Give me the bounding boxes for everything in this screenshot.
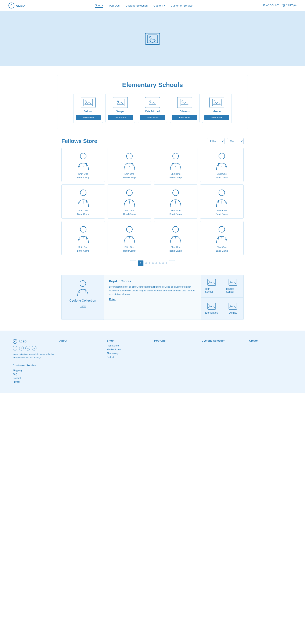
svg-point-22 xyxy=(219,190,225,196)
linkedin-icon[interactable]: in xyxy=(26,346,30,350)
footer-link-contact[interactable]: Contact xyxy=(13,377,55,379)
svg-point-14 xyxy=(214,100,215,102)
footer-link-elementary[interactable]: Elementary xyxy=(107,352,150,354)
product-card[interactable]: Shirt One Band Camp xyxy=(108,148,151,182)
filter-select[interactable]: Filter xyxy=(207,138,224,144)
product-card[interactable]: Shirt One Band Camp xyxy=(154,221,198,255)
popup-info: Pop-Up Stores Lorem ipsum dolor sit amet… xyxy=(104,275,201,320)
school-tile-elementary[interactable]: Elementary xyxy=(201,297,222,320)
view-store-sawyer[interactable]: View Store xyxy=(108,115,133,120)
view-store-fellows[interactable]: View Store xyxy=(76,115,100,120)
footer-logo-text: ACSD xyxy=(19,340,26,343)
nav-customer-service[interactable]: Customer Service xyxy=(171,4,192,7)
svg-point-12 xyxy=(182,100,183,102)
svg-point-33 xyxy=(209,304,210,306)
product-card[interactable]: Shirt One Band Camp xyxy=(154,184,198,218)
popup-info-text: Lorem ipsum dolor sit amet, consectetur … xyxy=(109,285,196,296)
footer-link-faq[interactable]: FAQ xyxy=(13,373,55,376)
page-button-1[interactable]: 1 xyxy=(138,260,144,266)
twitter-icon[interactable]: t xyxy=(19,346,24,350)
next-page-button[interactable]: › xyxy=(169,260,175,266)
svg-point-23 xyxy=(80,226,86,232)
facebook-icon[interactable]: f xyxy=(13,346,17,350)
svg-point-17 xyxy=(172,153,178,159)
svg-point-15 xyxy=(80,153,86,159)
svg-rect-11 xyxy=(180,99,189,106)
view-store-kate[interactable]: View Store xyxy=(140,115,165,120)
product-card[interactable]: Shirt One Band Camp xyxy=(62,221,105,255)
school-tile-high[interactable]: High School xyxy=(201,275,222,297)
shirt-person-icon xyxy=(166,225,185,244)
product-card[interactable]: Shirt One Band Camp xyxy=(154,148,198,182)
pinterest-icon[interactable]: p xyxy=(32,346,36,350)
school-name-edwards: Edwards xyxy=(180,110,190,113)
footer-col-about: About xyxy=(59,339,102,360)
schools-section: Elementary Schools Fellows View Store xyxy=(57,75,248,130)
nav-custom[interactable]: Custom ▾ xyxy=(154,4,165,7)
footer-link-high-school[interactable]: High School xyxy=(107,344,150,347)
account-button[interactable]: ACCOUNT xyxy=(263,4,278,7)
svg-point-29 xyxy=(209,280,210,282)
school-image-edwards xyxy=(177,97,192,108)
footer-col-popups: Pop-Ups xyxy=(154,339,198,360)
footer-link-shipping[interactable]: Shipping xyxy=(13,369,55,372)
shirt-person-icon xyxy=(212,225,231,244)
footer-tagline: Nemo enim ipsam voluptatem quia voluptas… xyxy=(13,352,55,360)
footer-link-middle-school[interactable]: Middle School xyxy=(107,348,150,351)
shirt-person-icon xyxy=(74,225,93,244)
school-name-meeker: Meeker xyxy=(213,110,221,113)
svg-point-0 xyxy=(263,4,264,6)
product-card[interactable]: Shirt One Band Camp xyxy=(62,148,105,182)
footer-link-district[interactable]: District xyxy=(107,356,150,358)
prev-page-button[interactable]: ‹ xyxy=(130,260,136,266)
view-store-meeker[interactable]: View Store xyxy=(204,115,230,120)
nav-shop[interactable]: Shop ▾ xyxy=(95,4,103,8)
product-name: Shirt One Band Camp xyxy=(216,209,228,216)
product-card[interactable]: Shirt One Band Camp xyxy=(108,184,151,218)
footer-link-privacy[interactable]: Privacy xyxy=(13,380,55,383)
product-name: Shirt One Band Camp xyxy=(216,172,228,179)
school-image-icon xyxy=(212,99,222,106)
svg-point-19 xyxy=(80,190,86,196)
product-name: Shirt One Band Camp xyxy=(77,209,90,216)
product-card[interactable]: Shirt One Band Camp xyxy=(200,148,244,182)
logo-circle: C xyxy=(8,2,14,8)
school-card-sawyer: Sawyer View Store xyxy=(106,94,135,123)
footer-logo-top: C ACSD xyxy=(13,339,55,344)
product-card[interactable]: Shirt One Band Camp xyxy=(200,184,244,218)
school-cards: Fellows View Store Sawyer View Store xyxy=(64,94,241,123)
page-dot xyxy=(145,262,147,264)
product-card[interactable]: Shirt One Band Camp xyxy=(200,221,244,255)
school-card-fellows: Fellows View Store xyxy=(73,94,103,123)
shirt-person-icon xyxy=(166,152,185,170)
popup-enter-link[interactable]: Enter xyxy=(109,298,196,301)
school-tile-name-district: District xyxy=(229,311,237,314)
product-grid: Shirt One Band Camp Shirt One Band Camp xyxy=(62,148,244,255)
school-card-kate-mitchell: Kate Mitchell View Store xyxy=(138,94,167,123)
school-tile-name-middle: Middle School xyxy=(226,288,239,293)
district-image-icon xyxy=(228,303,237,310)
svg-point-35 xyxy=(230,304,231,306)
school-name-fellows: Fellows xyxy=(84,110,92,113)
hero-image-placeholder xyxy=(145,33,160,45)
product-card[interactable]: Shirt One Band Camp xyxy=(108,221,151,255)
logo[interactable]: C ACSD xyxy=(8,2,25,8)
nav-popups[interactable]: Pop-Ups xyxy=(109,4,120,7)
footer-col-shop: Shop High School Middle School Elementar… xyxy=(107,339,150,360)
page-dot xyxy=(159,262,160,264)
view-store-edwards[interactable]: View Store xyxy=(172,115,197,120)
school-tile-middle[interactable]: Middle School xyxy=(222,275,243,297)
school-tile-district[interactable]: District xyxy=(222,297,243,320)
svg-rect-3 xyxy=(148,35,158,43)
cyclone-enter-link[interactable]: Enter xyxy=(80,305,86,308)
nav-cyclone[interactable]: Cyclone Selection xyxy=(126,4,148,7)
cyclone-collection-title: Cyclone Collection xyxy=(70,299,96,302)
svg-point-24 xyxy=(126,226,132,232)
page-dot xyxy=(166,262,167,264)
footer-col-title-shop: Shop xyxy=(107,339,150,342)
account-icon xyxy=(263,4,265,7)
sort-select[interactable]: Sort xyxy=(227,138,244,144)
product-card[interactable]: Shirt One Band Camp xyxy=(62,184,105,218)
cart-button[interactable]: CART (0) xyxy=(282,4,296,7)
svg-point-16 xyxy=(126,153,132,159)
